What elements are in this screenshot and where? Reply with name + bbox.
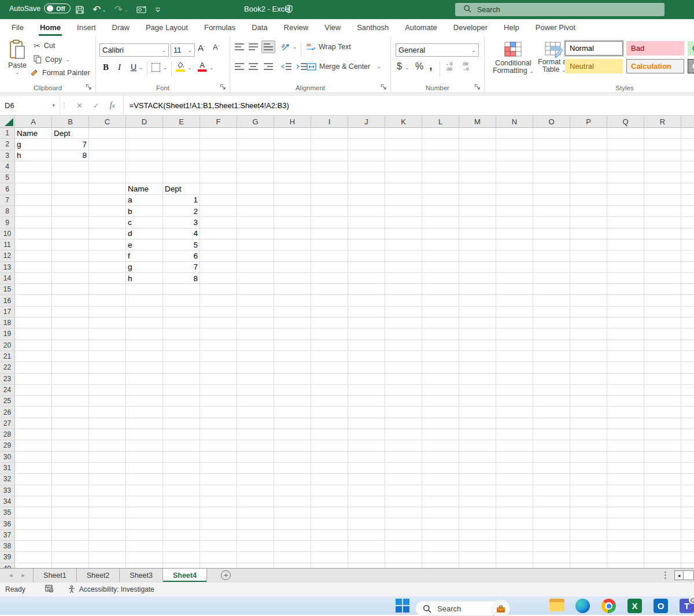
cell-E22[interactable] bbox=[163, 362, 200, 373]
cell-L3[interactable] bbox=[422, 150, 459, 161]
column-header-f[interactable]: F bbox=[200, 116, 237, 128]
cell-D40[interactable] bbox=[126, 563, 163, 568]
save-icon[interactable] bbox=[75, 5, 84, 14]
cell-K9[interactable] bbox=[385, 217, 422, 228]
accessibility-status[interactable]: Accessibility: Investigate bbox=[68, 585, 154, 593]
cell-G1[interactable] bbox=[237, 128, 274, 139]
chrome-icon[interactable] bbox=[601, 599, 616, 613]
cell-P3[interactable] bbox=[570, 150, 607, 161]
cell-R22[interactable] bbox=[644, 362, 681, 373]
cell-H10[interactable] bbox=[274, 228, 311, 239]
cell-L8[interactable] bbox=[422, 206, 459, 217]
cell-Q10[interactable] bbox=[607, 228, 644, 239]
ribbon-tab-draw[interactable]: Draw bbox=[104, 20, 138, 36]
cell-K14[interactable] bbox=[385, 273, 422, 284]
cell-H24[interactable] bbox=[274, 385, 311, 396]
cell-K13[interactable] bbox=[385, 262, 422, 273]
cell-L23[interactable] bbox=[422, 374, 459, 385]
cell-E37[interactable] bbox=[163, 530, 200, 541]
cell-F35[interactable] bbox=[200, 507, 237, 518]
cell-O6[interactable] bbox=[533, 183, 570, 194]
cell-P27[interactable] bbox=[570, 418, 607, 429]
increase-indent-button[interactable] bbox=[296, 62, 307, 71]
cell-L34[interactable] bbox=[422, 496, 459, 507]
cell-L13[interactable] bbox=[422, 262, 459, 273]
cell-N34[interactable] bbox=[496, 496, 533, 507]
cell-G5[interactable] bbox=[237, 172, 274, 183]
cell-C11[interactable] bbox=[89, 239, 126, 250]
cell-L11[interactable] bbox=[422, 239, 459, 250]
cell-K34[interactable] bbox=[385, 496, 422, 507]
cell-R7[interactable] bbox=[644, 195, 681, 206]
cell-Q3[interactable] bbox=[607, 150, 644, 161]
cell-partial-38[interactable] bbox=[681, 541, 694, 552]
prev-sheet-icon[interactable]: ◂ bbox=[9, 571, 13, 579]
cell-L40[interactable] bbox=[422, 563, 459, 568]
row-header-8[interactable]: 8 bbox=[0, 206, 15, 217]
cell-K23[interactable] bbox=[385, 374, 422, 385]
cell-A27[interactable] bbox=[15, 418, 52, 429]
cell-P8[interactable] bbox=[570, 206, 607, 217]
cell-partial-5[interactable] bbox=[681, 172, 694, 183]
ribbon-tab-page-layout[interactable]: Page Layout bbox=[138, 20, 196, 36]
cell-I1[interactable] bbox=[311, 128, 348, 139]
cell-partial-28[interactable] bbox=[681, 429, 694, 440]
cell-N26[interactable] bbox=[496, 407, 533, 418]
cell-C9[interactable] bbox=[89, 217, 126, 228]
cell-C26[interactable] bbox=[89, 407, 126, 418]
cell-I21[interactable] bbox=[311, 351, 348, 362]
paste-dropdown-arrow[interactable]: ⌄ bbox=[15, 69, 20, 75]
cell-Q24[interactable] bbox=[607, 385, 644, 396]
row-header-10[interactable]: 10 bbox=[0, 228, 15, 239]
cell-C17[interactable] bbox=[89, 307, 126, 318]
cell-B17[interactable] bbox=[52, 307, 89, 318]
merge-center-dropdown-arrow[interactable]: ⌄ bbox=[376, 64, 381, 69]
cell-R10[interactable] bbox=[644, 228, 681, 239]
cell-M7[interactable] bbox=[459, 195, 496, 206]
cell-partial-33[interactable] bbox=[681, 485, 694, 496]
cell-L31[interactable] bbox=[422, 463, 459, 474]
cell-F16[interactable] bbox=[200, 295, 237, 306]
cell-G26[interactable] bbox=[237, 407, 274, 418]
cell-O8[interactable] bbox=[533, 206, 570, 217]
cell-A24[interactable] bbox=[15, 385, 52, 396]
cell-P15[interactable] bbox=[570, 284, 607, 295]
cell-J36[interactable] bbox=[348, 518, 385, 529]
cell-C16[interactable] bbox=[89, 295, 126, 306]
column-header-p[interactable]: P bbox=[570, 116, 607, 128]
cell-O7[interactable] bbox=[533, 195, 570, 206]
cell-K24[interactable] bbox=[385, 385, 422, 396]
cell-N9[interactable] bbox=[496, 217, 533, 228]
cell-E13[interactable]: 7 bbox=[163, 262, 200, 273]
cell-F13[interactable] bbox=[200, 262, 237, 273]
row-header-6[interactable]: 6 bbox=[0, 183, 15, 194]
cell-K18[interactable] bbox=[385, 318, 422, 329]
align-right-button[interactable] bbox=[264, 62, 273, 71]
cell-J21[interactable] bbox=[348, 351, 385, 362]
cell-B12[interactable] bbox=[52, 250, 89, 261]
cell-A20[interactable] bbox=[15, 340, 52, 351]
underline-dropdown-arrow[interactable]: ⌄ bbox=[139, 65, 143, 71]
taskbar-search-box[interactable]: Search bbox=[415, 601, 510, 616]
cell-O29[interactable] bbox=[533, 440, 570, 451]
cell-I31[interactable] bbox=[311, 463, 348, 474]
cell-Q21[interactable] bbox=[607, 351, 644, 362]
align-left-button[interactable] bbox=[235, 62, 244, 71]
cell-partial-9[interactable] bbox=[681, 217, 694, 228]
italic-button[interactable]: I bbox=[118, 62, 121, 72]
font-size-combo[interactable]: 11 ⌄ bbox=[171, 43, 195, 57]
align-middle-button[interactable] bbox=[249, 43, 258, 51]
cell-B20[interactable] bbox=[52, 340, 89, 351]
row-header-4[interactable]: 4 bbox=[0, 161, 15, 172]
cell-F39[interactable] bbox=[200, 552, 237, 563]
cell-J32[interactable] bbox=[348, 474, 385, 485]
cell-D29[interactable] bbox=[126, 440, 163, 451]
cell-H34[interactable] bbox=[274, 496, 311, 507]
cell-J1[interactable] bbox=[348, 128, 385, 139]
cell-H16[interactable] bbox=[274, 295, 311, 306]
cell-N38[interactable] bbox=[496, 541, 533, 552]
cell-K26[interactable] bbox=[385, 407, 422, 418]
cell-G35[interactable] bbox=[237, 507, 274, 518]
cell-J23[interactable] bbox=[348, 374, 385, 385]
cell-H4[interactable] bbox=[274, 161, 311, 172]
